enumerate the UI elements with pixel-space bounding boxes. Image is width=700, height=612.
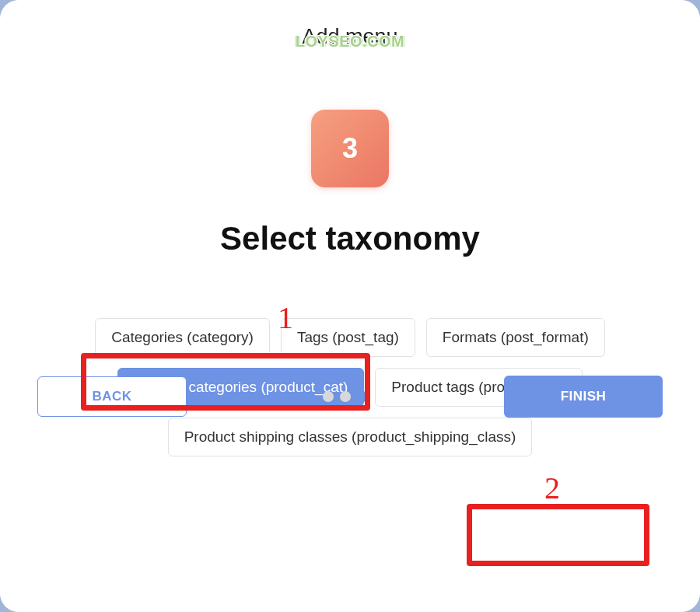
taxonomy-option-product-shipping[interactable]: Product shipping classes (product_shippi… [168,418,533,456]
taxonomy-option-categories[interactable]: Categories (category) [95,318,270,357]
section-heading: Select taxonomy [0,220,700,257]
step-number: 3 [342,132,358,165]
finish-button[interactable]: FINISH [504,376,663,418]
annotation-marker-2: 2 [544,470,560,506]
step-badge: 3 [311,110,389,187]
watermark: LOYSEO.COM [296,33,405,51]
taxonomy-option-tags[interactable]: Tags (post_tag) [281,318,415,357]
add-menu-modal: LOYSEO.COM Add menu 3 Select taxonomy Ca… [0,0,700,612]
step-dot-2[interactable] [340,391,351,402]
annotation-marker-1: 1 [278,299,293,336]
step-dot-1[interactable] [323,391,334,402]
back-button[interactable]: BACK [37,376,187,417]
step-dot-3[interactable] [357,391,368,402]
step-indicator [323,391,368,402]
wizard-footer: BACK FINISH [0,376,700,418]
taxonomy-option-formats[interactable]: Formats (post_format) [426,318,605,357]
